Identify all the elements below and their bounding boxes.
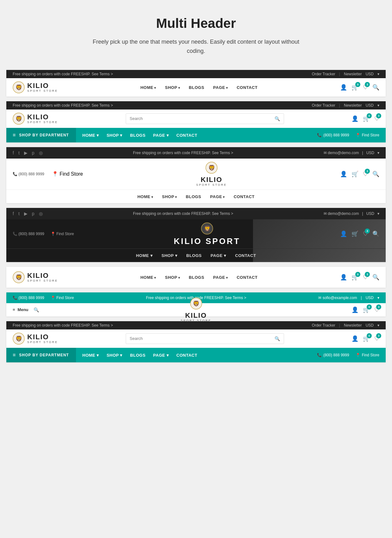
header5-nav-shop[interactable]: SHOP▾ (165, 274, 180, 280)
header4-nav-shop[interactable]: SHOP ▾ (161, 253, 177, 258)
header1-nav-page[interactable]: PAGE▾ (213, 84, 228, 90)
header2-search-icon[interactable]: 🔍 (275, 116, 280, 121)
header2-teal-home[interactable]: HOME ▾ (82, 132, 99, 138)
header4-nav-contact[interactable]: CONTACT (235, 253, 256, 258)
header4-wishlist-icon[interactable]: ♡3 (363, 230, 368, 237)
header4-twitter-icon[interactable]: t (18, 211, 20, 216)
header7-user-icon[interactable]: 👤 (351, 335, 358, 342)
header7-wishlist-icon[interactable]: ♡3 (374, 335, 379, 342)
header3-pinterest-icon[interactable]: p (32, 150, 35, 155)
header2-search-box[interactable]: 🔍 (126, 113, 284, 124)
header6-find-store[interactable]: 📍 Find Store (51, 296, 74, 300)
header7-teal-home[interactable]: HOME ▾ (82, 352, 99, 358)
header1-nav-shop[interactable]: SHOP▾ (165, 84, 180, 90)
header7-teal-contact[interactable]: CONTACT (176, 352, 197, 358)
header4-search-icon[interactable]: 🔍 (372, 230, 379, 237)
header7-teal-page[interactable]: PAGE ▾ (153, 352, 169, 358)
header6-currency[interactable]: USD (366, 296, 374, 300)
header5-user-icon[interactable]: 👤 (340, 274, 347, 281)
header7-logo[interactable]: 🦁 KILIO SPORT STORE (13, 333, 58, 345)
header7-shop-dept-btn[interactable]: ≡ SHOP BY DEPARTMENT (6, 348, 76, 362)
header6-wishlist-icon[interactable]: ♡3 (374, 306, 379, 313)
header3-user-icon[interactable]: 👤 (340, 171, 347, 178)
header5-logo[interactable]: 🦁 KILIO SPORT STORE (13, 271, 58, 283)
header2-user-icon[interactable]: 👤 (351, 115, 358, 122)
header5-cart-icon[interactable]: 🛒0 (351, 274, 358, 281)
header3-nav-home[interactable]: HOME▾ (137, 194, 153, 199)
header2-teal-shop[interactable]: SHOP ▾ (107, 132, 123, 138)
header3-twitter-icon[interactable]: t (18, 150, 20, 155)
header6-currency-chevron[interactable]: ▾ (377, 296, 379, 300)
header1-logo[interactable]: 🦁 KILIO SPORT STORE (13, 81, 58, 93)
header4-find-store[interactable]: 📍 Find Store (51, 232, 74, 236)
header4-nav-page[interactable]: PAGE ▾ (211, 253, 226, 258)
header4-user-icon[interactable]: 👤 (340, 230, 347, 237)
header2-teal-blogs[interactable]: BLOGS (130, 132, 146, 138)
header7-search-box[interactable]: 🔍 (126, 333, 284, 344)
header2-teal-contact[interactable]: CONTACT (176, 132, 197, 138)
header5-wishlist-icon[interactable]: ♡3 (363, 274, 368, 281)
header4-pinterest-icon[interactable]: p (32, 211, 35, 216)
header6-menu-btn[interactable]: ≡ Menu 🔍 (13, 307, 39, 312)
header4-cart-icon[interactable]: 🛒 (351, 230, 358, 237)
header4-currency-chevron[interactable]: ▾ (377, 211, 379, 216)
header4-nav-home[interactable]: HOME ▾ (136, 253, 153, 258)
header2-find-store[interactable]: 📍 Find Store (356, 133, 379, 137)
header1-currency[interactable]: USD (366, 72, 374, 76)
header2-logo[interactable]: 🦁 KILIO SPORT STORE (13, 113, 58, 125)
header2-currency-chevron[interactable]: ▾ (377, 103, 379, 108)
header1-search-icon[interactable]: 🔍 (372, 84, 379, 91)
header1-newsletter[interactable]: Newsletter (344, 72, 362, 76)
header3-nav-shop[interactable]: SHOP▾ (162, 194, 177, 199)
header3-currency-chevron[interactable]: ▾ (377, 151, 379, 155)
header5-nav-blogs[interactable]: BLOGS (189, 274, 204, 280)
header2-newsletter[interactable]: Newsletter (344, 103, 362, 108)
header7-cart-icon[interactable]: 🛒0 (363, 335, 370, 342)
header1-cart-icon[interactable]: 🛒0 (351, 84, 358, 91)
header7-teal-blogs[interactable]: BLOGS (130, 352, 146, 358)
header5-nav-home[interactable]: HOME▾ (140, 274, 156, 280)
header3-nav-page[interactable]: PAGE▾ (210, 194, 225, 199)
header2-wishlist-icon[interactable]: ♡3 (374, 115, 379, 122)
header6-search-icon-inline[interactable]: 🔍 (34, 307, 39, 312)
header5-search-icon[interactable]: 🔍 (372, 274, 379, 281)
header4-youtube-icon[interactable]: ▶ (24, 211, 28, 216)
header1-nav-home[interactable]: HOME▾ (140, 84, 156, 90)
header3-find-store[interactable]: 📍 Find Store (52, 171, 83, 177)
header6-logo[interactable]: 🦁 KILIO SPORT STORE (180, 297, 211, 322)
header1-nav-blogs[interactable]: BLOGS (189, 84, 204, 90)
header7-newsletter[interactable]: Newsletter (344, 323, 362, 328)
header2-shop-dept-btn[interactable]: ≡ SHOP BY DEPARTMENT (6, 128, 76, 142)
header3-wishlist-icon[interactable]: ♡3 (363, 171, 368, 178)
header4-facebook-icon[interactable]: f (13, 211, 14, 216)
header1-order-tracker[interactable]: Order Tracker (312, 72, 335, 76)
header3-currency[interactable]: USD (366, 151, 374, 155)
header7-search-input[interactable] (130, 336, 272, 341)
header5-nav-contact[interactable]: CONTACT (237, 274, 257, 280)
header2-cart-icon[interactable]: 🛒0 (363, 115, 370, 122)
header4-instagram-icon[interactable]: ◎ (39, 211, 43, 216)
header7-find-store[interactable]: 📍 Find Store (356, 353, 379, 357)
header3-nav-blogs[interactable]: BLOGS (186, 194, 201, 199)
header5-nav-page[interactable]: PAGE▾ (213, 274, 228, 280)
header3-search-icon[interactable]: 🔍 (372, 171, 379, 178)
header3-nav-contact[interactable]: CONTACT (234, 194, 255, 199)
header3-instagram-icon[interactable]: ◎ (39, 150, 43, 155)
header3-youtube-icon[interactable]: ▶ (24, 150, 28, 155)
header1-nav-contact[interactable]: CONTACT (237, 84, 257, 90)
header3-cart-icon[interactable]: 🛒 (351, 171, 358, 178)
header2-teal-page[interactable]: PAGE ▾ (153, 132, 169, 138)
header2-order-tracker[interactable]: Order Tracker (312, 103, 335, 108)
header1-user-icon[interactable]: 👤 (340, 84, 347, 91)
header4-nav-blogs[interactable]: BLOGS (186, 253, 202, 258)
header7-order-tracker[interactable]: Order Tracker (312, 323, 335, 328)
header3-logo[interactable]: 🦁 KILIO SPORT STORE (196, 162, 227, 186)
header6-user-icon[interactable]: 👤 (351, 306, 358, 313)
header1-wishlist-icon[interactable]: ♡3 (363, 84, 368, 91)
header6-cart-icon[interactable]: 🛒0 (363, 306, 370, 313)
header7-currency-chevron[interactable]: ▾ (377, 323, 379, 328)
header2-search-input[interactable] (130, 116, 272, 121)
header2-currency[interactable]: USD (366, 103, 374, 108)
header3-facebook-icon[interactable]: f (13, 150, 14, 155)
header7-search-icon[interactable]: 🔍 (275, 336, 280, 341)
